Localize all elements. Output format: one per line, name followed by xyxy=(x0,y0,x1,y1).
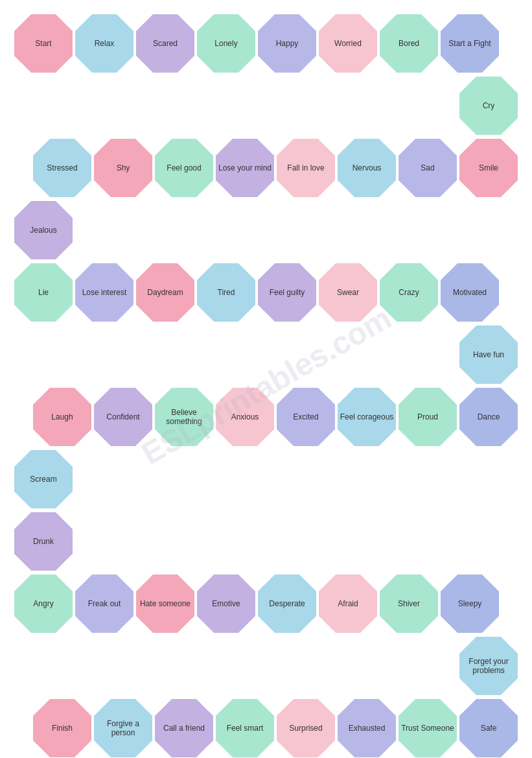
cell-forget-problems: Forget your problems xyxy=(459,637,518,695)
cell-worried: Worried xyxy=(319,14,377,73)
cell-safe: Safe xyxy=(459,699,518,757)
cell-lie: Lie xyxy=(14,263,73,322)
cell-anxious: Anxious xyxy=(216,388,274,446)
cell-daydream: Daydream xyxy=(136,263,194,322)
cell-start: Start xyxy=(14,14,73,73)
cell-sleepy: Sleepy xyxy=(441,574,499,633)
cell-smile: Smile xyxy=(459,139,518,197)
cell-tired: Tired xyxy=(197,263,255,322)
cell-dance: Dance xyxy=(459,388,518,446)
cell-finish: Finish xyxy=(33,699,91,757)
cell-lose-interest: Lose interest xyxy=(75,263,133,322)
board: ESLprintables.com Start Relax Scared Lon… xyxy=(0,0,532,758)
cell-surprised: Surprised xyxy=(277,699,335,757)
cell-crazy: Crazy xyxy=(380,263,438,322)
cell-relax: Relax xyxy=(75,14,133,73)
row-2: Smile Sad Nervous Fall in love Lose your… xyxy=(13,137,519,198)
cell-feel-smart: Feel smart xyxy=(216,699,274,757)
cell-call-friend: Call a friend xyxy=(155,699,213,757)
cell-exhausted: Exhausted xyxy=(338,699,396,757)
cell-trust-someone: Trust Someone xyxy=(399,699,457,757)
cell-swear: Swear xyxy=(319,263,377,322)
cell-afraid: Afraid xyxy=(319,574,377,633)
cell-sad: Sad xyxy=(399,139,457,197)
cell-bored: Bored xyxy=(380,14,438,73)
cell-feel-corageous: Feel corageous xyxy=(338,388,396,446)
cell-cry: Cry xyxy=(459,77,518,135)
cell-desperate: Desperate xyxy=(258,574,316,633)
cell-start-fight: Start a Fight xyxy=(441,14,499,73)
cell-hate-someone: Hate someone xyxy=(136,574,194,633)
cell-feel-good: Feel good xyxy=(155,139,213,197)
cell-scream: Scream xyxy=(14,450,73,508)
row-3: Lie Lose interest Daydream Tired Feel gu… xyxy=(13,262,519,323)
row-1: Start Relax Scared Lonely Happy Worried … xyxy=(13,13,519,74)
cell-happy: Happy xyxy=(258,14,316,73)
cell-confident: Confident xyxy=(94,388,152,446)
cell-feel-guilty: Feel guilty xyxy=(258,263,316,322)
cell-proud: Proud xyxy=(399,388,457,446)
row-6: Safe Trust Someone Exhausted Surprised F… xyxy=(13,698,519,758)
cell-forgive-person: Forgive a person xyxy=(94,699,152,757)
cell-emotive: Emotive xyxy=(197,574,255,633)
row-4: Dance Proud Feel corageous Excited Anxio… xyxy=(13,386,519,447)
cell-stressed: Stressed xyxy=(33,139,91,197)
cell-nervous: Nervous xyxy=(338,139,396,197)
cell-scared: Scared xyxy=(136,14,194,73)
cell-drunk: Drunk xyxy=(14,512,73,571)
cell-angry: Angry xyxy=(14,574,73,633)
row-5: Angry Freak out Hate someone Emotive Des… xyxy=(13,573,519,634)
board-container: Start Relax Scared Lonely Happy Worried … xyxy=(13,13,519,758)
cell-freak-out: Freak out xyxy=(75,574,133,633)
cell-shiver: Shiver xyxy=(380,574,438,633)
cell-have-fun: Have fun xyxy=(459,326,518,384)
cell-believe: Believe something xyxy=(155,388,213,446)
cell-shy: Shy xyxy=(94,139,152,197)
cell-fall-in-love: Fall in love xyxy=(277,139,335,197)
cell-jealous: Jealous xyxy=(14,201,73,259)
cell-excited: Excited xyxy=(277,388,335,446)
cell-lose-mind: Lose your mind xyxy=(216,139,274,197)
cell-laugh: Laugh xyxy=(33,388,91,446)
cell-lonely: Lonely xyxy=(197,14,255,73)
cell-motivated: Motivated xyxy=(441,263,499,322)
